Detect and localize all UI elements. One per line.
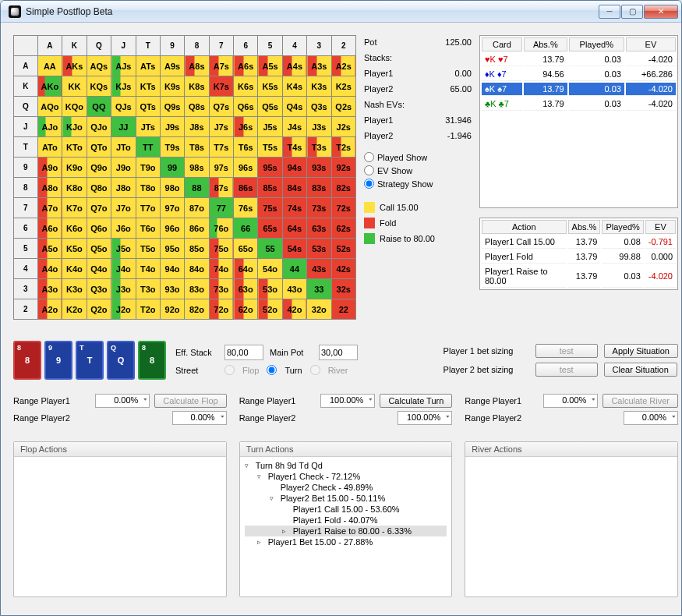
hand-cell[interactable]: K2o — [62, 299, 87, 320]
hand-cell[interactable]: 33 — [307, 279, 331, 299]
hand-cell[interactable]: 62o — [234, 299, 258, 320]
clear-situation-button[interactable]: Clear Situation — [604, 363, 677, 377]
hand-grid[interactable]: AKQJT98765432AAAAKsAQsAJsATsA9sA8sA7sA6s… — [13, 35, 356, 320]
hand-cell[interactable]: A4s — [282, 56, 306, 76]
hand-cell[interactable]: KJo — [62, 117, 87, 137]
p1-test-button[interactable]: test — [535, 344, 598, 358]
tree-node[interactable]: Player1 Call 15.00 - 53.60% — [245, 504, 447, 515]
hand-cell[interactable]: 32s — [331, 279, 356, 299]
hand-cell[interactable]: K6s — [234, 76, 258, 97]
tree-node[interactable]: ▹Player1 Raise to 80.00 - 6.33% — [245, 526, 447, 536]
hand-cell[interactable]: 95s — [258, 158, 282, 178]
board-card[interactable]: TT — [76, 341, 104, 380]
hand-cell[interactable]: K8o — [62, 178, 87, 198]
hand-cell[interactable]: 73o — [209, 279, 233, 299]
hand-cell[interactable]: 22 — [331, 299, 356, 320]
hand-cell[interactable]: KTo — [62, 137, 87, 158]
hand-cell[interactable]: J8o — [111, 178, 136, 198]
hand-cell[interactable]: 75s — [258, 198, 282, 218]
hand-cell[interactable]: Q9o — [87, 158, 111, 178]
hand-cell[interactable]: 72o — [209, 299, 233, 320]
hand-cell[interactable]: 84s — [282, 178, 306, 198]
hand-cell[interactable]: 85s — [258, 178, 282, 198]
calc-river-button[interactable]: Calculate River — [602, 394, 678, 408]
hand-cell[interactable]: A8s — [185, 56, 209, 76]
street-turn-radio[interactable] — [267, 365, 277, 375]
hand-cell[interactable]: 74o — [209, 259, 233, 279]
hand-cell[interactable]: A3o — [37, 279, 62, 299]
hand-cell[interactable]: 82s — [331, 178, 356, 198]
hand-cell[interactable]: J6o — [111, 218, 136, 239]
hand-cell[interactable]: 42s — [331, 259, 356, 279]
card-table[interactable]: CardAbs.%Played%EV♥K ♥713.790.03-4.020♦K… — [479, 35, 678, 208]
hand-cell[interactable]: 52o — [258, 299, 282, 320]
hand-cell[interactable]: K6o — [62, 218, 87, 239]
flop-rp2-pct[interactable]: 0.00% — [172, 411, 227, 425]
hand-cell[interactable]: 97o — [160, 198, 184, 218]
hand-cell[interactable]: 98s — [185, 158, 209, 178]
hand-cell[interactable]: J4o — [111, 259, 136, 279]
hand-cell[interactable]: J9o — [111, 158, 136, 178]
apply-situation-button[interactable]: Apply Situation — [604, 344, 678, 358]
action-row[interactable]: Player1 Fold13.7999.880.000 — [482, 250, 676, 264]
hand-cell[interactable]: T5o — [136, 239, 160, 259]
hand-cell[interactable]: J2o — [111, 299, 136, 320]
hand-cell[interactable]: 73s — [307, 198, 331, 218]
hand-cell[interactable]: J3o — [111, 279, 136, 299]
hand-cell[interactable]: J5o — [111, 239, 136, 259]
hand-cell[interactable]: K4s — [282, 76, 306, 97]
hand-cell[interactable]: Q5o — [87, 239, 111, 259]
hand-cell[interactable]: 93o — [160, 279, 184, 299]
hand-cell[interactable]: 85o — [185, 239, 209, 259]
hand-cell[interactable]: 52s — [331, 239, 356, 259]
hand-cell[interactable]: JJ — [111, 117, 136, 137]
hand-cell[interactable]: J4s — [282, 117, 306, 137]
turn-tree[interactable]: ▿Turn 8h 9d Td Qd▿Player1 Check - 72.12%… — [245, 460, 447, 547]
hand-cell[interactable]: 96o — [160, 218, 184, 239]
hand-cell[interactable]: T2o — [136, 299, 160, 320]
street-flop-radio[interactable] — [224, 365, 235, 375]
hand-cell[interactable]: 54s — [282, 239, 306, 259]
close-button[interactable]: ✕ — [644, 5, 678, 19]
card-row[interactable]: ♣K ♣713.790.03-4.020 — [482, 97, 676, 111]
calc-flop-button[interactable]: Calculate Flop — [154, 394, 226, 408]
flop-rp1-pct[interactable]: 0.00% — [95, 394, 150, 408]
hand-cell[interactable]: 94o — [160, 259, 184, 279]
hand-cell[interactable]: 95o — [160, 239, 184, 259]
tree-node[interactable]: Player1 Fold - 40.07% — [245, 515, 447, 526]
hand-cell[interactable]: Q9s — [160, 97, 184, 117]
hand-cell[interactable]: Q6o — [87, 218, 111, 239]
hand-cell[interactable]: K5o — [62, 239, 87, 259]
hand-cell[interactable]: T6o — [136, 218, 160, 239]
hand-cell[interactable]: KQo — [62, 97, 87, 117]
hand-cell[interactable]: K9s — [160, 76, 184, 97]
turn-rp1-pct[interactable]: 100.00% — [320, 394, 375, 408]
hand-cell[interactable]: JTs — [136, 117, 160, 137]
hand-cell[interactable]: A8o — [37, 178, 62, 198]
hand-cell[interactable]: QTs — [136, 97, 160, 117]
hand-cell[interactable]: 65o — [234, 239, 258, 259]
hand-cell[interactable]: K3s — [307, 76, 331, 97]
hand-cell[interactable]: K3o — [62, 279, 87, 299]
hand-cell[interactable]: 83s — [307, 178, 331, 198]
tree-node[interactable]: ▿Player2 Bet 15.00 - 50.11% — [245, 493, 447, 504]
hand-cell[interactable]: QQ — [87, 97, 111, 117]
hand-cell[interactable]: 94s — [282, 158, 306, 178]
p2-test-button[interactable]: test — [535, 363, 598, 377]
hand-cell[interactable]: Q3s — [307, 97, 331, 117]
hand-cell[interactable]: A3s — [307, 56, 331, 76]
hand-cell[interactable]: 64o — [234, 259, 258, 279]
hand-cell[interactable]: QJo — [87, 117, 111, 137]
street-river-radio[interactable] — [310, 365, 320, 375]
hand-cell[interactable]: Q5s — [258, 97, 282, 117]
hand-cell[interactable]: T9s — [160, 137, 184, 158]
hand-cell[interactable]: T7s — [209, 137, 233, 158]
hand-cell[interactable]: J2s — [331, 117, 356, 137]
hand-cell[interactable]: J5s — [258, 117, 282, 137]
board-card[interactable]: 88 — [138, 341, 166, 380]
hand-cell[interactable]: J6s — [234, 117, 258, 137]
hand-cell[interactable]: AQo — [37, 97, 62, 117]
hand-cell[interactable]: 96s — [234, 158, 258, 178]
hand-cell[interactable]: 63s — [307, 218, 331, 239]
board-card[interactable]: 88 — [13, 341, 41, 380]
